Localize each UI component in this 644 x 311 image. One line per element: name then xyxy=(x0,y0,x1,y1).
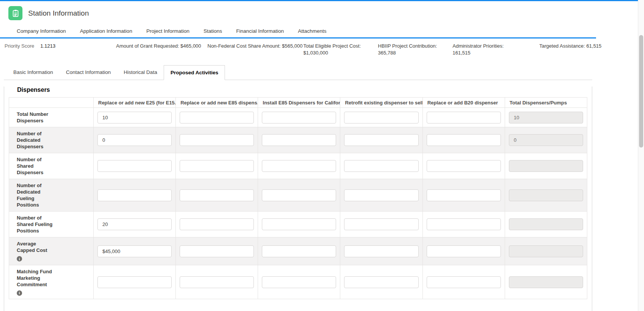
proposed-activities-panel: Dispensers Replace or add new E25 (for E… xyxy=(4,87,592,311)
row-label: Average Capped Cost xyxy=(17,240,53,253)
total-input xyxy=(509,218,583,230)
value-input[interactable] xyxy=(180,189,254,201)
column-header: Replace or add new E25 (for E15... xyxy=(94,98,176,108)
value-input[interactable] xyxy=(344,112,418,123)
page-title: Station Information xyxy=(28,9,89,18)
value-input[interactable] xyxy=(262,218,336,230)
column-header xyxy=(9,98,94,108)
table-row: Number of Shared Fueling Positions xyxy=(9,212,587,237)
value-input[interactable] xyxy=(180,160,254,172)
value-input[interactable] xyxy=(97,189,172,201)
priority-score-value: 1.1213 xyxy=(40,43,56,50)
column-header: Retrofit existing dispenser to sell... xyxy=(340,98,422,108)
value-input[interactable] xyxy=(427,245,501,257)
row-label: Matching Fund Marketing Commitment xyxy=(17,268,53,288)
total-input xyxy=(509,189,583,201)
value-input[interactable] xyxy=(180,245,254,257)
summary-metric: Total Eligible Project Cost:$1,030,000 xyxy=(303,43,378,56)
panel-wrap: Basic InformationContact InformationHist… xyxy=(4,65,592,311)
nav-tabs: Company InformationApplication Informati… xyxy=(0,25,596,37)
info-icon[interactable]: i xyxy=(17,256,22,261)
nav-tab-stations[interactable]: Stations xyxy=(204,28,222,34)
page: Station Information Company InformationA… xyxy=(0,0,596,311)
value-input[interactable] xyxy=(97,160,172,172)
priority-score: Priority Score 1.1213 xyxy=(5,43,116,50)
value-input[interactable] xyxy=(427,134,501,146)
total-input xyxy=(509,160,583,172)
total-input xyxy=(509,112,583,123)
value-input[interactable] xyxy=(180,218,254,230)
value-input[interactable] xyxy=(180,276,254,288)
value-input[interactable] xyxy=(262,112,336,123)
value-input[interactable] xyxy=(344,276,418,288)
table-row: Matching Fund Marketing Commitmenti xyxy=(9,265,587,299)
dispensers-table: Replace or add new E25 (for E15...Replac… xyxy=(9,97,587,299)
row-label: Number of Dedicated Dispensers xyxy=(17,130,53,150)
vertical-scrollbar[interactable] xyxy=(638,0,644,311)
app-header: Station Information xyxy=(0,1,596,25)
section-title: Dispensers xyxy=(17,87,592,93)
priority-score-label: Priority Score xyxy=(5,43,34,50)
value-input[interactable] xyxy=(97,134,172,146)
value-input[interactable] xyxy=(97,112,172,123)
column-header: Replace or add new E85 dispens... xyxy=(176,98,258,108)
row-label: Total Number Dispensers xyxy=(17,111,53,124)
table-row: Number of Dedicated Dispensers xyxy=(9,127,587,153)
table-header-row: Replace or add new E25 (for E15...Replac… xyxy=(9,98,587,108)
table-row: Number of Dedicated Fueling Positions xyxy=(9,179,587,212)
summary-metric: Non-Federal Cost Share Amount: $565,000 xyxy=(207,43,303,56)
table-row: Number of Shared Dispensers xyxy=(9,153,587,179)
total-input xyxy=(509,276,583,288)
value-input[interactable] xyxy=(427,189,501,201)
top-accent-bar xyxy=(0,0,644,1)
column-header: Total Dispensers/Pumps xyxy=(505,98,587,108)
value-input[interactable] xyxy=(344,189,418,201)
nav-tab-financial-information[interactable]: Financial Information xyxy=(236,28,284,34)
value-input[interactable] xyxy=(427,218,501,230)
value-input[interactable] xyxy=(262,276,336,288)
value-input[interactable] xyxy=(344,245,418,257)
value-input[interactable] xyxy=(344,160,418,172)
value-input[interactable] xyxy=(262,189,336,201)
row-label: Number of Dedicated Fueling Positions xyxy=(17,182,53,208)
table-row: Total Number Dispensers xyxy=(9,108,587,127)
row-label: Number of Shared Fueling Positions xyxy=(17,215,53,234)
table-body: Total Number DispensersNumber of Dedicat… xyxy=(9,108,587,299)
summary-metric: HBIIP Project Contribution:365,788 xyxy=(378,43,453,56)
value-input[interactable] xyxy=(262,160,336,172)
value-input[interactable] xyxy=(180,134,254,146)
value-input[interactable] xyxy=(97,276,172,288)
subtabs: Basic InformationContact InformationHist… xyxy=(4,65,592,80)
value-input[interactable] xyxy=(427,160,501,172)
column-header: Install E85 Dispensers for Califor... xyxy=(258,98,340,108)
subtab-proposed-activities[interactable]: Proposed Activities xyxy=(164,65,225,80)
summary-metric: Amount of Grant Requested: $465,000 xyxy=(116,43,207,56)
nav-tab-attachments[interactable]: Attachments xyxy=(298,28,327,34)
value-input[interactable] xyxy=(97,218,172,230)
nav-tab-company-information[interactable]: Company Information xyxy=(17,28,66,34)
subtab-historical-data[interactable]: Historical Data xyxy=(117,65,164,80)
value-input[interactable] xyxy=(427,276,501,288)
value-input[interactable] xyxy=(262,245,336,257)
value-input[interactable] xyxy=(180,112,254,123)
row-label: Number of Shared Dispensers xyxy=(17,156,53,176)
total-input xyxy=(509,134,583,146)
nav-tab-project-information[interactable]: Project Information xyxy=(146,28,189,34)
value-input[interactable] xyxy=(344,218,418,230)
clipboard-icon xyxy=(8,6,22,20)
value-input[interactable] xyxy=(344,134,418,146)
summary-metric: Administrator Priorities:161,515 xyxy=(453,43,539,56)
subtab-contact-information[interactable]: Contact Information xyxy=(59,65,117,80)
summary-metric: Targeted Assistance: 61,515 xyxy=(539,43,601,56)
total-input xyxy=(509,245,583,257)
nav-tab-application-information[interactable]: Application Information xyxy=(80,28,132,34)
subtab-basic-information[interactable]: Basic Information xyxy=(7,65,59,80)
info-icon[interactable]: i xyxy=(17,290,22,296)
value-input[interactable] xyxy=(427,112,501,123)
value-input[interactable] xyxy=(262,134,336,146)
scrollbar-thumb[interactable] xyxy=(639,35,643,147)
summary-metrics: Amount of Grant Requested: $465,000Non-F… xyxy=(116,43,601,56)
table-row: Average Capped Costi xyxy=(9,237,587,265)
value-input[interactable] xyxy=(97,245,172,257)
column-header: Replace or add B20 dispenser xyxy=(422,98,505,108)
